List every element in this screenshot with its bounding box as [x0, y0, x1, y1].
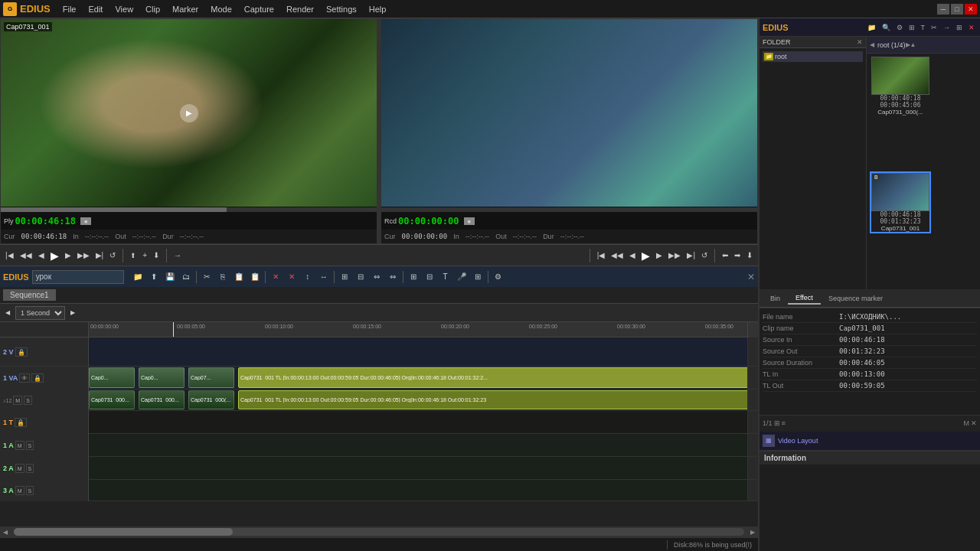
menu-item-clip[interactable]: Clip [139, 3, 166, 15]
audio-clip-3[interactable]: Cap0731_000(0... [188, 390, 234, 409]
nav-scroll-up[interactable]: ▲ [910, 41, 916, 48]
right-restore-btn[interactable]: ⊞ [906, 23, 917, 32]
normalize-button[interactable]: ⊞ [337, 269, 352, 285]
in-point-button[interactable]: ⬆ [128, 250, 139, 261]
track-3a-solo[interactable]: S [26, 486, 34, 495]
play-overlay[interactable]: ▶ [180, 104, 198, 122]
save-button[interactable]: 💾 [162, 269, 178, 285]
track-2v-lock[interactable]: 🔒 [15, 347, 28, 357]
r-loop-button[interactable]: ↺ [699, 249, 710, 261]
close-button[interactable]: ✕ [965, 4, 977, 15]
track-1a-solo[interactable]: S [26, 441, 34, 450]
clip-cap0-2[interactable]: Cap0... [139, 367, 185, 388]
bin-tab[interactable]: Bin [763, 293, 788, 304]
timeline-arrow-left[interactable]: ◀ [3, 308, 12, 318]
ripple-button[interactable]: ↕ [300, 269, 315, 285]
h-scrollbar[interactable] [14, 528, 744, 536]
track-1a-mute[interactable]: M [15, 441, 24, 450]
sequence-marker-tab[interactable]: Sequence marker [821, 293, 890, 304]
track-1va-lock[interactable]: 🔒 [31, 373, 44, 383]
toolbar-close[interactable]: ✕ [747, 272, 755, 282]
export-button[interactable]: ⬆ [146, 269, 162, 285]
new-bin-button[interactable]: 📁 [130, 269, 145, 285]
previous-edit-button[interactable]: |◀ [3, 249, 16, 261]
audio-button[interactable]: 🎤 [454, 269, 469, 285]
menu-item-view[interactable]: View [109, 3, 139, 15]
asset-item-2[interactable]: B 00:00:46:18 00:01:32:23 Cap0731_001 [870, 171, 931, 233]
right-scissors-btn[interactable]: ✂ [929, 23, 939, 32]
menu-item-edit[interactable]: Edit [82, 3, 109, 15]
track-1va-solo[interactable]: S [24, 396, 32, 405]
multicam-button[interactable]: ⊞ [406, 269, 421, 285]
list-view-btn[interactable]: ≡ [782, 419, 786, 427]
r-rewind-button[interactable]: ◀◀ [609, 249, 626, 261]
r-play-button[interactable]: ▶ [639, 248, 652, 263]
stop-indicator[interactable]: ■ [80, 217, 91, 225]
menu-item-help[interactable]: Help [363, 3, 393, 15]
right-settings-btn[interactable]: ⚙ [894, 23, 905, 32]
menu-item-mode[interactable]: Mode [204, 3, 238, 15]
timeline-arrow-right[interactable]: ▶ [68, 308, 77, 318]
r-prev-edit-button[interactable]: |◀ [595, 249, 608, 261]
minimize-button[interactable]: ─ [937, 4, 949, 15]
r-extra-button[interactable]: ⬇ [744, 249, 755, 261]
effect-tab[interactable]: Effect [788, 292, 821, 305]
overwrite-button[interactable]: ⬇ [151, 249, 162, 261]
video-layout-row[interactable]: ▦ Video Layout [760, 432, 980, 450]
right-close-btn[interactable]: ✕ [966, 23, 977, 32]
track-1va-eye[interactable]: 👁 [19, 373, 30, 383]
step-back-button[interactable]: ◀ [36, 249, 47, 261]
menu-item-marker[interactable]: Marker [166, 3, 204, 15]
clip-cap0-1[interactable]: Cap0... [89, 367, 135, 388]
track-2a-solo[interactable]: S [26, 464, 34, 473]
copy-button[interactable]: ⎘ [215, 269, 230, 285]
link-button[interactable]: ⇔ [369, 269, 384, 285]
layout-button[interactable]: ⊟ [422, 269, 437, 285]
folder-close-btn[interactable]: ✕ [857, 38, 863, 46]
r-step-forward-button[interactable]: ▶ [654, 249, 665, 261]
project-name-input[interactable] [32, 270, 124, 284]
stretch-button[interactable]: ↔ [316, 269, 332, 285]
maximize-button[interactable]: □ [951, 4, 963, 15]
step-forward-button[interactable]: ▶ [63, 249, 74, 261]
track-3a-mute[interactable]: M [15, 486, 24, 495]
nav-scroll-left[interactable]: ◀ [870, 41, 874, 48]
cut-button[interactable]: ✂ [199, 269, 214, 285]
audio-clip-4[interactable]: Cap0731_001 TL [In:00:00:13:00 Out:00:00… [238, 390, 747, 409]
prop-mute-btn[interactable]: M [964, 419, 970, 427]
thumb-view-btn[interactable]: ⊞ [774, 419, 780, 427]
time-scale-select[interactable]: 1 Second [15, 306, 65, 320]
audio-clip-2[interactable]: Cap0731_000... [139, 390, 185, 409]
r-in-out-button[interactable]: ⬅ [720, 249, 730, 261]
menu-item-settings[interactable]: Settings [320, 3, 363, 15]
root-folder-item[interactable]: 📁 root [763, 51, 863, 62]
delete2-button[interactable]: ✕ [284, 269, 299, 285]
track-2a-mute[interactable]: M [15, 464, 24, 473]
unlink-button[interactable]: ⇔ [385, 269, 400, 285]
right-arrow-btn[interactable]: → [941, 23, 952, 32]
track-1va-mute[interactable]: M [13, 396, 22, 405]
add-edit-button[interactable]: + [140, 249, 149, 261]
r-mark-button[interactable]: ➡ [732, 249, 743, 261]
paste2-button[interactable]: 📋 [247, 269, 263, 285]
next-edit-button[interactable]: ▶| [93, 249, 106, 261]
clip-cap07[interactable]: Cap07... [188, 367, 234, 388]
right-folder-btn[interactable]: 📁 [865, 23, 878, 32]
asset-item-1[interactable]: 00:00:40:18 00:00:45:06 Cap0731_000(... [870, 57, 931, 116]
scroll-right-btn[interactable]: ▶ [747, 529, 758, 536]
delete-button[interactable]: ✕ [268, 269, 283, 285]
paste-button[interactable]: 📋 [231, 269, 247, 285]
loop-button[interactable]: ↺ [107, 249, 118, 261]
scroll-left-btn[interactable]: ◀ [0, 529, 11, 536]
text-button[interactable]: T [438, 269, 453, 285]
prop-close-btn[interactable]: ✕ [971, 419, 977, 427]
menu-item-file[interactable]: File [57, 3, 83, 15]
right-text-btn[interactable]: T [919, 23, 928, 32]
audio-clip-1[interactable]: Cap0731_000... [89, 390, 135, 409]
grid-button[interactable]: ⊞ [470, 269, 485, 285]
r-step-back-button[interactable]: ◀ [627, 249, 638, 261]
record-stop-indicator[interactable]: ■ [464, 217, 475, 225]
clip-cap0731-selected[interactable]: Cap0731_001 TL [In:00:00:13:00 Out:00:00… [238, 367, 747, 388]
menu-item-capture[interactable]: Capture [238, 3, 280, 15]
track-1t-lock[interactable]: 🔒 [15, 418, 27, 427]
